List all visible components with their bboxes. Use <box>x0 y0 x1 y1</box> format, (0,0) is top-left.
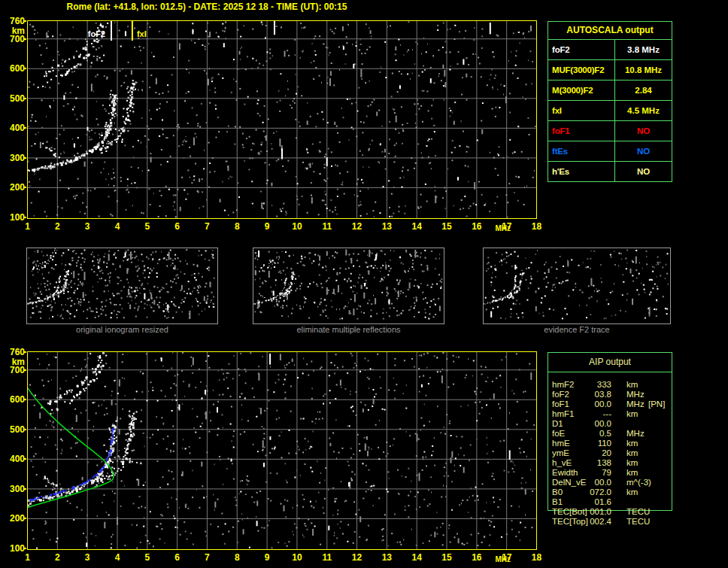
y-tick-label-bottom-600: 600 <box>0 395 25 405</box>
aip-param-note: [PN] <box>648 399 665 409</box>
autoscala-param-label: ftEs <box>548 141 615 161</box>
thumbnail-eliminate-reflections <box>253 248 444 324</box>
autoscala-row-foF2: foF23.8 MHz <box>548 40 672 59</box>
aip-param-value: 138 <box>578 458 611 468</box>
aip-param-unit: km <box>626 439 638 448</box>
autoscala-row-h'Es: h'EsNO <box>548 161 672 181</box>
y-tick-mark-top-760 <box>23 20 26 22</box>
autoscala-row-fxI: fxI4.5 MHz <box>548 100 672 120</box>
x-tick-label-top-3: 3 <box>76 221 99 232</box>
ionogram-profile-plot <box>27 351 537 553</box>
autoscala-param-value: NO <box>615 141 672 161</box>
aip-param-unit: TECU <box>626 517 650 527</box>
autoscala-param-label: MUF(3000)F2 <box>548 60 615 80</box>
x-tick-label-top-7: 7 <box>196 221 218 232</box>
aip-param-label: D1 <box>552 419 563 429</box>
thumbnail-caption-eliminate: eliminate multiple reflections <box>253 325 444 334</box>
aip-param-unit: MHz <box>626 390 645 399</box>
x-tick-label-top-12: 12 <box>346 221 369 232</box>
y-tick-label-bottom-500: 500 <box>0 425 25 435</box>
autoscala-param-label: foF1 <box>548 121 615 141</box>
aip-param-value: 002.4 <box>578 517 611 527</box>
y-tick-mark-bottom-600 <box>23 399 26 400</box>
y-tick-label-top-600: 600 <box>0 64 25 74</box>
x-tick-label-bottom-14: 14 <box>405 552 428 563</box>
autoscala-row-foF1: foF1NO <box>548 120 672 141</box>
thumbnail-caption-original: original ionogram resized <box>26 325 218 334</box>
y-tick-mark-bottom-700 <box>23 369 26 371</box>
x-tick-label-bottom-18: 18 <box>526 552 548 563</box>
y-tick-mark-bottom-500 <box>23 429 26 430</box>
x-tick-label-bottom-9: 9 <box>256 552 278 563</box>
aip-row-B0: B0072.0km <box>548 488 680 497</box>
ionogram-main-plot: foF2fxI <box>27 20 537 222</box>
y-tick-mark-top-300 <box>23 157 26 159</box>
x-axis-unit-bottom: MHz <box>496 555 511 563</box>
aip-param-label: foF1 <box>552 399 569 409</box>
y-axis-unit-top: km <box>0 26 25 36</box>
aip-param-label: h_vE <box>552 458 572 468</box>
aip-param-unit: km <box>626 380 638 390</box>
x-tick-label-bottom-12: 12 <box>346 552 369 563</box>
aip-param-value: 110 <box>578 439 611 448</box>
aip-row-TEC[Top]: TEC[Top]002.4TECU <box>548 517 680 527</box>
aip-param-value: 00.0 <box>578 399 611 409</box>
autoscala-param-value: 3.8 MHz <box>615 40 672 59</box>
aip-param-value: 00.0 <box>578 419 611 429</box>
aip-param-value: 01.6 <box>578 497 611 507</box>
x-tick-label-top-10: 10 <box>286 221 308 232</box>
marker-label-foF2: foF2 <box>88 29 105 38</box>
aip-param-label: hmF2 <box>552 380 574 390</box>
x-tick-label-bottom-6: 6 <box>166 552 189 563</box>
x-tick-label-bottom-8: 8 <box>226 552 248 563</box>
thumbnail-eliminate-canvas <box>253 248 444 320</box>
aip-param-label: hmF1 <box>552 409 574 419</box>
autoscala-param-label: M(3000)F2 <box>548 80 615 100</box>
y-tick-mark-top-700 <box>23 38 26 40</box>
x-tick-label-bottom-4: 4 <box>106 552 129 563</box>
x-tick-label-top-5: 5 <box>136 221 159 232</box>
autoscala-table-title: AUTOSCALA output <box>548 22 672 40</box>
aip-param-label: B0 <box>552 488 563 497</box>
y-tick-mark-top-200 <box>23 187 26 188</box>
aip-param-label: hmE <box>552 439 570 448</box>
aip-param-label: foE <box>552 429 565 439</box>
aip-param-value: 001.0 <box>578 507 611 517</box>
autoscala-param-label: fxI <box>548 101 615 120</box>
aip-row-foF2: foF203.8MHz <box>548 390 680 399</box>
y-tick-mark-bottom-200 <box>23 518 26 519</box>
thumbnail-original-canvas <box>27 248 217 320</box>
aip-param-value: 00.0 <box>578 478 611 488</box>
autoscala-screen: Rome (lat: +41.8, lon: 012.5) - DATE: 20… <box>0 0 728 568</box>
x-tick-label-bottom-11: 11 <box>316 552 338 563</box>
aip-param-label: foF2 <box>552 390 569 399</box>
x-tick-label-top-9: 9 <box>256 221 278 232</box>
aip-param-label: B1 <box>552 497 563 507</box>
aip-param-value: 79 <box>578 468 611 478</box>
autoscala-row-MUF(3000)F2: MUF(3000)F210.8 MHz <box>548 59 672 80</box>
thumbnail-original-ionogram <box>26 248 218 324</box>
y-tick-label-bottom-200: 200 <box>0 514 25 524</box>
thumbnail-caption-evidence: evidence F2 trace <box>483 325 671 334</box>
y-tick-label-top-200: 200 <box>0 183 25 193</box>
aip-param-unit: m^(-3) <box>626 478 651 488</box>
aip-param-unit: TECU <box>626 507 650 517</box>
aip-param-unit: MHz <box>626 399 645 409</box>
y-tick-mark-top-500 <box>23 98 26 99</box>
ionogram-profile-canvas <box>27 351 537 550</box>
x-tick-label-top-8: 8 <box>226 221 248 232</box>
aip-param-unit: km <box>626 468 638 478</box>
autoscala-param-value: 4.5 MHz <box>615 101 672 120</box>
x-tick-label-top-6: 6 <box>166 221 189 232</box>
aip-row-B1: B101.6 <box>548 497 680 507</box>
aip-row-hmF1: hmF1---km <box>548 409 680 419</box>
aip-param-unit: km <box>626 458 638 468</box>
aip-row-foE: foE0.5MHz <box>548 429 680 439</box>
aip-param-label: ymE <box>552 448 569 458</box>
x-tick-label-top-16: 16 <box>466 221 488 232</box>
y-tick-mark-bottom-400 <box>23 458 26 460</box>
aip-param-value: 20 <box>578 448 611 458</box>
x-tick-label-bottom-5: 5 <box>136 552 159 563</box>
x-tick-label-bottom-15: 15 <box>435 552 458 563</box>
marker-label-fxI: fxI <box>137 29 147 38</box>
